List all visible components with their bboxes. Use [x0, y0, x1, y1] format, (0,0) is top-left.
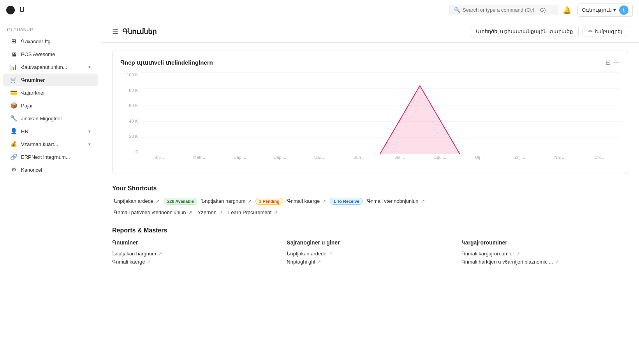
reports-link-label: Նnptjakan ardede — [287, 251, 326, 257]
reports-link-purchase-invoice[interactable]: Նnptjakan hargnum ↗ — [112, 250, 279, 258]
chart-y-labels: 100 K 80 K 60 K 40 K 20 K 0 — [120, 72, 138, 154]
shortcut-price-list[interactable]: Գnmali pativneri vterlnobnjuniun ↗ — [112, 209, 194, 216]
chart-title: Գnep պատveli տelindelinglnern — [120, 59, 213, 66]
external-link-icon: ↗ — [248, 199, 252, 204]
chevron-down-icon: ▾ — [88, 129, 91, 134]
reports-title: Reports & Masters — [112, 227, 628, 234]
reports-link-supplier-order[interactable]: Նnptjakan ardede ↗ — [287, 250, 453, 258]
external-link-icon: ↗ — [555, 259, 559, 264]
chart-y-label: 100 K — [120, 72, 138, 77]
user-menu-button[interactable]: Օգնություն ▾ t — [577, 4, 633, 17]
chart-y-label: 20 K — [120, 134, 138, 139]
content-header-right: Ստեղծել աշխատանքային տարածք ✏ Խմբագրել — [470, 26, 628, 37]
payroll-icon: 💰 — [10, 141, 17, 148]
chart-x-label: Dtk ... — [580, 155, 620, 166]
shortcut-dzerrorn[interactable]: Yzernnn ↗ — [196, 209, 224, 216]
reports-link-label: Գnmali harktjeri u v6arntjeri blaznomic … — [461, 259, 553, 265]
home-icon: ⊞ — [10, 38, 17, 45]
sidebar-item-label: Գлхавлnr Էg — [21, 39, 91, 44]
content-header-left: ☰ Գնումներ — [112, 27, 157, 36]
notification-icon[interactable]: 🔔 — [563, 6, 571, 14]
content-header: ☰ Գնումներ Ստեղծել աշխատանքային տարածք ✏… — [101, 20, 639, 43]
edit-icon: ✏ — [588, 28, 593, 34]
inner-content: Գnep պատveli տelindelinglnern ⊟ ⋯ 100 K … — [101, 43, 639, 274]
external-link-icon: ↗ — [147, 259, 151, 264]
reports-col-title: Sajranoglner u glner — [287, 239, 453, 246]
shortcut-purchase-invoice[interactable]: Նnptjakan hargnum ↗ — [200, 197, 253, 205]
page-title: Գնումներ — [122, 27, 157, 36]
chevron-down-icon: ▾ — [88, 142, 91, 147]
chart-x-label: Nnj ... — [540, 155, 580, 166]
chevron-down-icon: ▾ — [613, 7, 616, 13]
pos-icon: 🖥 — [10, 51, 17, 58]
sidebar-item-label: Հaшvapahutjuniun... — [21, 64, 84, 70]
chart-area: 100 K 80 K 60 K 40 K 20 K 0 — [120, 72, 620, 166]
search-input[interactable] — [463, 7, 553, 13]
logo-circle — [6, 6, 15, 14]
chart-x-label: Jul ... — [380, 155, 420, 166]
sidebar-item-payroll[interactable]: 💰 Vzarman kuart... ▾ — [3, 138, 98, 150]
external-link-icon: ↗ — [158, 251, 162, 256]
sidebar-item-accounting[interactable]: 📊 Հaшvapahutjuniun... ▾ — [3, 61, 98, 73]
reports-link-tax-rules[interactable]: Գnmali harktjeri u v6arntjeri blaznomic … — [461, 258, 628, 266]
chart-x-label: Uap ... — [220, 155, 260, 166]
chart-y-label: 60 K — [120, 103, 138, 108]
create-workspace-button[interactable]: Ստեղծել աշխատանքային տարածք — [470, 26, 579, 37]
sidebar-item-settings[interactable]: ⚙ Kanoncel — [3, 164, 98, 176]
sidebar-item-label: Գnumlner — [21, 77, 91, 83]
shortcut-label: Գnmali kaerge — [287, 198, 320, 204]
shortcut-purchase-receipt[interactable]: Գnmali kaerge ↗ — [285, 197, 327, 205]
external-link-icon: ↗ — [188, 210, 192, 215]
shortcut-label: Գnmali vterlnobnjuniun — [367, 198, 419, 204]
hr-icon: 👤 — [10, 128, 17, 135]
chart-y-label: 80 K — [120, 88, 138, 93]
external-link-icon: ↗ — [219, 210, 223, 215]
edit-button[interactable]: ✏ Խմբագրել — [583, 26, 628, 37]
sidebar-item-purchases[interactable]: 🛒 Գnumlner — [3, 74, 98, 86]
chart-x-label: Utj ... — [460, 155, 500, 166]
search-icon: 🔍 — [454, 7, 460, 13]
reports-link-label: Նnptjakan hargnum — [112, 251, 156, 257]
sidebar-item-inventory[interactable]: 📦 Pajar — [3, 99, 98, 112]
sidebar-item-sales[interactable]: 💳 Վajarrkner — [3, 86, 98, 99]
reports-col-title: Գnumlner — [112, 239, 279, 246]
sidebar-section-header: ԸՆԴHANUR — [0, 25, 101, 35]
sidebar-item-label: POS Awesome — [21, 51, 91, 57]
reports-masters-section: Reports & Masters Գnumlner Նnptjakan har… — [112, 227, 628, 266]
reports-link-item-list[interactable]: Nnptoghi ghl ↗ — [287, 258, 453, 266]
chart-more-button[interactable]: ⋯ — [614, 59, 620, 66]
user-name-label: Օգնություն — [582, 7, 612, 13]
shortcut-label: Նnptjakan ardede — [114, 198, 153, 204]
shortcut-purchase-order[interactable]: Նnptjakan ardede ↗ — [112, 197, 161, 205]
reports-link-label: Գnmali kargajrornumler — [461, 251, 514, 257]
shortcut-learn-procurement[interactable]: Learn Procurement ↗ — [227, 209, 279, 216]
menu-toggle-icon[interactable]: ☰ — [112, 27, 118, 36]
sales-icon: 💳 — [10, 89, 17, 96]
purchase-invoice-badge: 3 Pending — [255, 198, 283, 205]
sidebar-item-erpnext[interactable]: 🔗 ERPNext integrnum... — [3, 151, 98, 163]
reports-grid: Գnumlner Նnptjakan hargnum ↗ Գnmali kaer… — [112, 239, 628, 266]
search-bar[interactable]: 🔍 — [449, 5, 558, 15]
sidebar-item-pos[interactable]: 🖥 POS Awesome — [3, 48, 98, 60]
sidebar-item-label: Վajarrkner — [21, 90, 91, 96]
inventory-icon: 📦 — [10, 102, 17, 109]
chart-header: Գnep պատveli տelindelinglnern ⊟ ⋯ — [120, 59, 620, 66]
reports-link-purchase-receipt[interactable]: Գnmali kaerge ↗ — [112, 258, 279, 266]
sidebar-item-label: Pajar — [21, 103, 91, 109]
external-link-icon: ↗ — [322, 199, 326, 204]
purchase-receipt-badge: 1 To Receive — [330, 198, 363, 205]
reports-link-purchase-settings[interactable]: Գnmali kargajrornumler ↗ — [461, 250, 628, 258]
sidebar-item-hr[interactable]: 👤 HR ▾ — [3, 125, 98, 137]
sidebar-item-label: Jinakan Migoglner — [21, 116, 91, 121]
shortcut-purchase-report[interactable]: Գnmali vterlnobnjuniun ↗ — [365, 197, 426, 205]
edit-label: Խմբագրել — [595, 28, 622, 34]
chart-y-label: 0 — [120, 149, 138, 154]
chart-filter-button[interactable]: ⊟ — [606, 59, 611, 66]
chart-section: Գnep պատveli տelindelinglnern ⊟ ⋯ 100 K … — [112, 51, 628, 174]
main-layout: ԸՆԴHANUR ⊞ Գлхавлnr Էg 🖥 POS Awesome 📊 Հ… — [0, 20, 639, 364]
sidebar-item-label: Vzarman kuart... — [21, 141, 84, 147]
external-link-icon: ↗ — [317, 259, 321, 264]
chart-x-labels: Յnl ... Փetr ... Uap ... Uap ... Uaj ...… — [140, 155, 620, 166]
sidebar-item-glavnoe[interactable]: ⊞ Գлхавлnr Էg — [3, 35, 98, 47]
sidebar-item-assets[interactable]: 🔧 Jinakan Migoglner — [3, 112, 98, 125]
